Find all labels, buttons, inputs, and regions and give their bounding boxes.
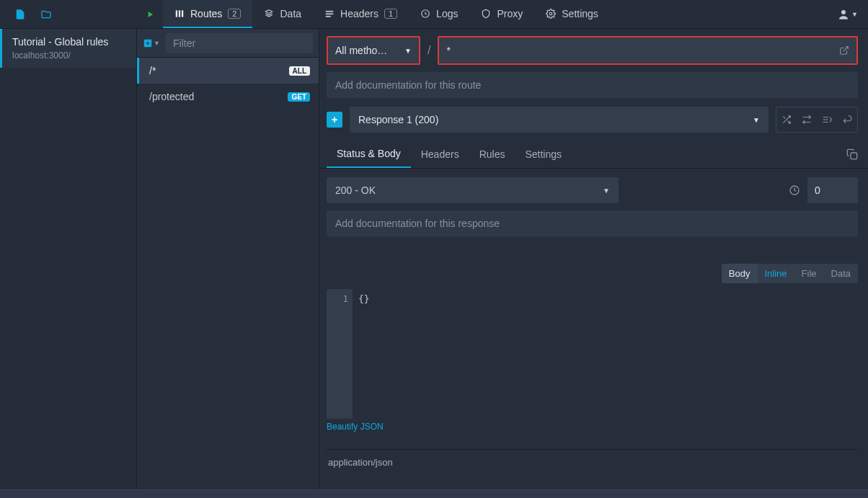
tab-routes[interactable]: Routes 2 — [163, 0, 252, 28]
data-icon — [264, 9, 274, 19]
tab-data-label: Data — [280, 8, 301, 19]
route-item[interactable]: /* ALL — [137, 58, 319, 84]
user-menu[interactable]: ▼ — [837, 8, 858, 21]
route-item[interactable]: /protected GET — [137, 84, 319, 110]
chevron-down-icon: ▼ — [753, 116, 760, 124]
svg-rect-0 — [176, 10, 177, 17]
proxy-icon — [481, 9, 491, 19]
method-select-label: All metho… — [335, 45, 387, 56]
route-method-badge: GET — [288, 92, 310, 102]
tab-routes-count: 2 — [228, 9, 241, 19]
route-path: /protected — [149, 91, 194, 102]
start-server-icon[interactable] — [137, 0, 163, 29]
open-external-icon[interactable] — [839, 45, 849, 55]
response-doc-input[interactable] — [327, 210, 858, 236]
body-source-inline[interactable]: Inline — [758, 264, 794, 283]
response-select[interactable]: Response 1 (200) ▼ — [350, 107, 769, 133]
tab-settings-label: Settings — [562, 8, 598, 19]
add-route-button[interactable]: ▼ — [137, 29, 166, 58]
plus-icon — [143, 38, 153, 48]
svg-point-7 — [550, 12, 553, 15]
svg-rect-2 — [182, 10, 183, 17]
svg-rect-5 — [326, 15, 331, 17]
footer-bar — [0, 489, 868, 498]
body-source-toggle: Body Inline File Data — [722, 264, 858, 283]
tab-response-rules[interactable]: Rules — [469, 141, 515, 167]
chevron-down-icon: ▼ — [154, 40, 160, 47]
editor-line-number: 1 — [327, 293, 348, 304]
new-env-icon[interactable] — [7, 0, 33, 29]
route-method-badge: ALL — [289, 66, 310, 76]
body-source-file[interactable]: File — [794, 264, 824, 283]
latency-input[interactable] — [807, 177, 858, 203]
tab-logs[interactable]: Logs — [409, 0, 469, 28]
svg-rect-3 — [326, 10, 334, 12]
tab-headers-count: 1 — [384, 9, 397, 19]
route-filter-input[interactable] — [166, 33, 313, 53]
routes-icon — [174, 9, 185, 19]
chevron-down-icon: ▼ — [603, 187, 610, 195]
status-code-select[interactable]: 200 - OK ▼ — [327, 177, 619, 203]
body-source-label: Body — [722, 264, 758, 283]
copy-icon[interactable] — [846, 148, 858, 160]
user-icon — [837, 8, 850, 21]
route-path-input[interactable] — [446, 45, 839, 56]
chevron-down-icon: ▼ — [404, 47, 412, 55]
method-select[interactable]: All metho… ▼ — [327, 36, 420, 65]
tab-data[interactable]: Data — [252, 0, 313, 28]
path-separator: / — [428, 44, 430, 57]
body-editor[interactable]: 1 {} — [327, 289, 858, 419]
tab-routes-label: Routes — [190, 8, 222, 19]
body-source-data[interactable]: Data — [824, 264, 858, 283]
tab-proxy[interactable]: Proxy — [469, 0, 534, 28]
sequential-response-icon[interactable] — [797, 107, 817, 132]
tab-response-settings[interactable]: Settings — [515, 141, 572, 167]
tab-logs-label: Logs — [436, 8, 458, 19]
editor-line-code: {} — [358, 293, 852, 304]
svg-rect-10 — [851, 153, 857, 159]
open-env-icon[interactable] — [33, 0, 59, 29]
tab-status-body[interactable]: Status & Body — [327, 141, 411, 168]
response-select-label: Response 1 (200) — [358, 114, 438, 125]
logs-icon — [420, 9, 430, 19]
env-title: Tutorial - Global rules — [12, 36, 126, 48]
tab-settings[interactable]: Settings — [534, 0, 610, 28]
env-subtitle: localhost:3000/ — [12, 50, 126, 61]
beautify-json-link[interactable]: Beautify JSON — [327, 422, 858, 432]
settings-icon — [546, 9, 556, 19]
status-code-label: 200 - OK — [335, 184, 376, 196]
tab-proxy-label: Proxy — [497, 8, 523, 19]
svg-point-8 — [841, 10, 846, 14]
add-response-button[interactable]: + — [327, 112, 342, 128]
svg-rect-4 — [326, 13, 334, 14]
env-item[interactable]: Tutorial - Global rules localhost:3000/ — [0, 29, 136, 68]
tab-headers-label: Headers — [340, 8, 378, 19]
clock-icon — [789, 184, 800, 196]
route-doc-input[interactable] — [327, 72, 858, 98]
rules-disabled-icon[interactable] — [817, 107, 837, 132]
chevron-down-icon: ▼ — [851, 11, 858, 18]
headers-icon — [324, 9, 335, 19]
tab-headers[interactable]: Headers 1 — [313, 0, 409, 28]
content-type-label: application/json — [327, 449, 858, 468]
random-response-icon[interactable] — [776, 107, 797, 132]
route-path: /* — [149, 65, 156, 76]
tab-response-headers[interactable]: Headers — [411, 141, 469, 167]
svg-rect-1 — [179, 10, 180, 17]
fallback-response-icon[interactable] — [837, 107, 857, 132]
